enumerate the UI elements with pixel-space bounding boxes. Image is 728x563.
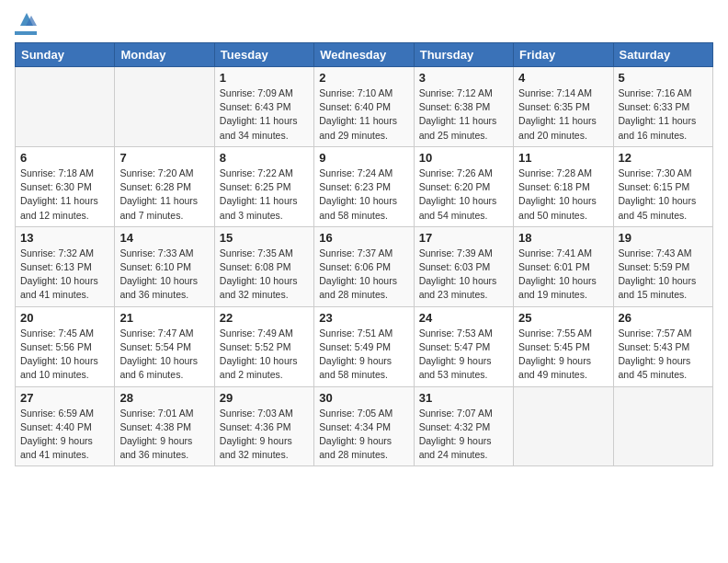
day-number: 20 <box>20 311 109 325</box>
calendar-cell <box>514 386 613 466</box>
day-number: 11 <box>518 151 608 165</box>
calendar-week-2: 6Sunrise: 7:18 AM Sunset: 6:30 PM Daylig… <box>16 146 713 226</box>
day-info: Sunrise: 7:05 AM Sunset: 4:34 PM Dayligh… <box>319 407 408 463</box>
day-info: Sunrise: 7:03 AM Sunset: 4:36 PM Dayligh… <box>220 407 309 463</box>
calendar-cell: 27Sunrise: 6:59 AM Sunset: 4:40 PM Dayli… <box>16 386 115 466</box>
calendar-cell: 24Sunrise: 7:53 AM Sunset: 5:47 PM Dayli… <box>414 306 513 386</box>
day-info: Sunrise: 7:28 AM Sunset: 6:18 PM Dayligh… <box>518 167 608 223</box>
day-info: Sunrise: 7:45 AM Sunset: 5:56 PM Dayligh… <box>20 327 109 383</box>
calendar-cell: 13Sunrise: 7:32 AM Sunset: 6:13 PM Dayli… <box>16 226 115 306</box>
day-number: 24 <box>419 311 508 325</box>
calendar-cell: 23Sunrise: 7:51 AM Sunset: 5:49 PM Dayli… <box>314 306 414 386</box>
day-number: 25 <box>518 311 608 325</box>
calendar-cell: 22Sunrise: 7:49 AM Sunset: 5:52 PM Dayli… <box>214 306 313 386</box>
day-number: 12 <box>619 151 708 165</box>
calendar-cell: 7Sunrise: 7:20 AM Sunset: 6:28 PM Daylig… <box>115 146 214 226</box>
day-number: 5 <box>619 71 708 85</box>
day-info: Sunrise: 7:37 AM Sunset: 6:06 PM Dayligh… <box>319 247 408 303</box>
day-info: Sunrise: 7:49 AM Sunset: 5:52 PM Dayligh… <box>220 327 309 383</box>
calendar-cell: 26Sunrise: 7:57 AM Sunset: 5:43 PM Dayli… <box>613 306 712 386</box>
day-number: 26 <box>619 311 708 325</box>
day-number: 28 <box>119 391 209 405</box>
calendar-week-4: 20Sunrise: 7:45 AM Sunset: 5:56 PM Dayli… <box>16 306 713 386</box>
day-info: Sunrise: 7:47 AM Sunset: 5:54 PM Dayligh… <box>119 327 209 383</box>
day-number: 2 <box>319 71 408 85</box>
calendar-cell: 19Sunrise: 7:43 AM Sunset: 5:59 PM Dayli… <box>613 226 712 306</box>
calendar-cell: 16Sunrise: 7:37 AM Sunset: 6:06 PM Dayli… <box>314 226 414 306</box>
day-number: 19 <box>619 231 708 245</box>
day-info: Sunrise: 7:07 AM Sunset: 4:32 PM Dayligh… <box>419 407 508 463</box>
calendar-cell: 4Sunrise: 7:14 AM Sunset: 6:35 PM Daylig… <box>514 67 613 147</box>
calendar-cell: 31Sunrise: 7:07 AM Sunset: 4:32 PM Dayli… <box>414 386 513 466</box>
day-number: 18 <box>518 231 608 245</box>
day-number: 3 <box>419 71 508 85</box>
day-info: Sunrise: 7:39 AM Sunset: 6:03 PM Dayligh… <box>419 247 508 303</box>
day-number: 23 <box>319 311 408 325</box>
calendar-cell: 25Sunrise: 7:55 AM Sunset: 5:45 PM Dayli… <box>514 306 613 386</box>
calendar-cell: 5Sunrise: 7:16 AM Sunset: 6:33 PM Daylig… <box>613 67 712 147</box>
day-info: Sunrise: 7:57 AM Sunset: 5:43 PM Dayligh… <box>619 327 708 383</box>
day-number: 16 <box>319 231 408 245</box>
day-info: Sunrise: 7:53 AM Sunset: 5:47 PM Dayligh… <box>419 327 508 383</box>
calendar-cell: 1Sunrise: 7:09 AM Sunset: 6:43 PM Daylig… <box>214 67 313 147</box>
day-info: Sunrise: 7:10 AM Sunset: 6:40 PM Dayligh… <box>319 86 408 143</box>
day-number: 14 <box>119 231 209 245</box>
day-number: 15 <box>220 231 309 245</box>
day-number: 17 <box>419 231 508 245</box>
day-info: Sunrise: 7:09 AM Sunset: 6:43 PM Dayligh… <box>220 86 309 143</box>
day-number: 6 <box>20 151 109 165</box>
calendar-cell: 15Sunrise: 7:35 AM Sunset: 6:08 PM Dayli… <box>214 226 313 306</box>
day-info: Sunrise: 7:14 AM Sunset: 6:35 PM Dayligh… <box>518 86 608 143</box>
calendar-cell: 20Sunrise: 7:45 AM Sunset: 5:56 PM Dayli… <box>16 306 115 386</box>
calendar-week-5: 27Sunrise: 6:59 AM Sunset: 4:40 PM Dayli… <box>16 386 713 466</box>
calendar-week-1: 1Sunrise: 7:09 AM Sunset: 6:43 PM Daylig… <box>16 67 713 147</box>
header-saturday: Saturday <box>613 43 712 67</box>
day-number: 8 <box>220 151 309 165</box>
calendar-cell: 30Sunrise: 7:05 AM Sunset: 4:34 PM Dayli… <box>314 386 414 466</box>
calendar-cell <box>613 386 712 466</box>
day-number: 27 <box>20 391 109 405</box>
calendar-cell: 17Sunrise: 7:39 AM Sunset: 6:03 PM Dayli… <box>414 226 513 306</box>
day-number: 9 <box>319 151 408 165</box>
day-info: Sunrise: 7:01 AM Sunset: 4:38 PM Dayligh… <box>119 407 209 463</box>
day-number: 22 <box>220 311 309 325</box>
day-number: 29 <box>220 391 309 405</box>
header-sunday: Sunday <box>16 43 115 67</box>
day-number: 7 <box>119 151 209 165</box>
day-number: 13 <box>20 231 109 245</box>
header-wednesday: Wednesday <box>314 43 414 67</box>
day-info: Sunrise: 7:20 AM Sunset: 6:28 PM Dayligh… <box>119 167 209 223</box>
day-number: 21 <box>119 311 209 325</box>
calendar-cell: 9Sunrise: 7:24 AM Sunset: 6:23 PM Daylig… <box>314 146 414 226</box>
day-info: Sunrise: 7:26 AM Sunset: 6:20 PM Dayligh… <box>419 167 508 223</box>
logo-icon <box>17 9 37 29</box>
day-info: Sunrise: 7:41 AM Sunset: 6:01 PM Dayligh… <box>518 247 608 303</box>
calendar-cell <box>16 67 115 147</box>
header-thursday: Thursday <box>414 43 513 67</box>
day-info: Sunrise: 7:32 AM Sunset: 6:13 PM Dayligh… <box>20 247 109 303</box>
day-info: Sunrise: 6:59 AM Sunset: 4:40 PM Dayligh… <box>20 407 109 463</box>
day-info: Sunrise: 7:35 AM Sunset: 6:08 PM Dayligh… <box>220 247 309 303</box>
header-friday: Friday <box>514 43 613 67</box>
calendar-cell: 29Sunrise: 7:03 AM Sunset: 4:36 PM Dayli… <box>214 386 313 466</box>
logo-bar <box>15 31 37 35</box>
header-tuesday: Tuesday <box>214 43 313 67</box>
calendar-cell: 2Sunrise: 7:10 AM Sunset: 6:40 PM Daylig… <box>314 67 414 147</box>
day-number: 10 <box>419 151 508 165</box>
calendar-cell: 12Sunrise: 7:30 AM Sunset: 6:15 PM Dayli… <box>613 146 712 226</box>
day-number: 4 <box>518 71 608 85</box>
day-info: Sunrise: 7:51 AM Sunset: 5:49 PM Dayligh… <box>319 327 408 383</box>
day-info: Sunrise: 7:30 AM Sunset: 6:15 PM Dayligh… <box>619 167 708 223</box>
calendar-cell: 8Sunrise: 7:22 AM Sunset: 6:25 PM Daylig… <box>214 146 313 226</box>
day-number: 1 <box>220 71 309 85</box>
day-number: 31 <box>419 391 508 405</box>
day-info: Sunrise: 7:33 AM Sunset: 6:10 PM Dayligh… <box>119 247 209 303</box>
day-info: Sunrise: 7:18 AM Sunset: 6:30 PM Dayligh… <box>20 167 109 223</box>
calendar-cell: 10Sunrise: 7:26 AM Sunset: 6:20 PM Dayli… <box>414 146 513 226</box>
calendar-week-3: 13Sunrise: 7:32 AM Sunset: 6:13 PM Dayli… <box>16 226 713 306</box>
day-info: Sunrise: 7:55 AM Sunset: 5:45 PM Dayligh… <box>518 327 608 383</box>
day-info: Sunrise: 7:43 AM Sunset: 5:59 PM Dayligh… <box>619 247 708 303</box>
page-header <box>15 15 713 35</box>
day-number: 30 <box>319 391 408 405</box>
calendar-cell: 18Sunrise: 7:41 AM Sunset: 6:01 PM Dayli… <box>514 226 613 306</box>
